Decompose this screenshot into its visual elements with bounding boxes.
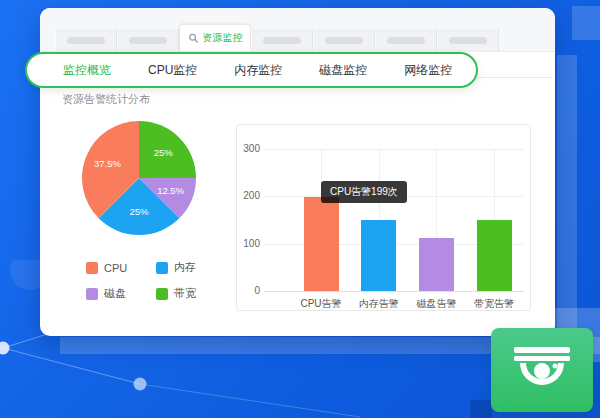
y-axis-tick: 300: [237, 143, 260, 154]
chart-tooltip: CPU告警199次: [321, 181, 407, 203]
tab-placeholder-pill: [387, 37, 425, 44]
resource-pie-chart: 25%12.5%25%37.5%: [79, 118, 199, 238]
legend-label: CPU: [104, 262, 127, 274]
y-axis-tick: 200: [237, 190, 260, 201]
section-title: 资源告警统计分布: [62, 92, 150, 107]
x-axis-category-label: 磁盘告警: [406, 297, 466, 311]
monitor-nav-bar: 监控概览CPU监控内存监控磁盘监控网络监控: [25, 52, 478, 88]
dome-camera-icon: [510, 345, 574, 395]
tab-placeholder-pill: [325, 37, 363, 44]
y-axis-tick: 0: [237, 285, 260, 296]
pie-slice-label: 25%: [154, 147, 174, 158]
gridline-horizontal: [264, 149, 524, 150]
tab-placeholder-pill: [67, 37, 105, 44]
dashboard-screen: 资源监控 资源告警统计分布 25%12.5%25%37.5% CPU内存磁盘带宽…: [0, 0, 600, 418]
nav-item-2[interactable]: 内存监控: [234, 62, 282, 79]
alert-bar-chart: CPU告警199次 0100200300CPU告警内存告警磁盘告警带宽告警: [236, 124, 531, 311]
background-accent-square: [572, 6, 600, 40]
legend-item-CPU[interactable]: CPU: [86, 260, 156, 275]
bar-内存告警[interactable]: [361, 220, 396, 291]
nav-item-3[interactable]: 磁盘监控: [319, 62, 367, 79]
nav-item-1[interactable]: CPU监控: [148, 62, 197, 79]
camera-widget-button[interactable]: [491, 328, 593, 412]
tab-placeholder-pill: [449, 37, 487, 44]
legend-swatch: [86, 288, 98, 300]
pie-slice-label: 12.5%: [157, 185, 184, 196]
background-accent-square: [470, 400, 492, 418]
legend-label: 带宽: [174, 286, 196, 301]
bar-磁盘告警[interactable]: [419, 238, 454, 291]
tab-resource-monitor-active[interactable]: 资源监控: [179, 24, 251, 51]
pie-slice-label: 25%: [129, 206, 149, 217]
tab-placeholder[interactable]: [375, 29, 437, 51]
legend-label: 磁盘: [104, 286, 126, 301]
tab-placeholder[interactable]: [251, 29, 313, 51]
x-axis-category-label: CPU告警: [291, 297, 351, 311]
tab-placeholder-pill: [129, 37, 167, 44]
tab-placeholder[interactable]: [117, 29, 179, 51]
x-axis-category-label: 内存告警: [349, 297, 409, 311]
legend-swatch: [156, 262, 168, 274]
tab-placeholder[interactable]: [437, 29, 499, 51]
y-axis-tick: 100: [237, 238, 260, 249]
tab-placeholder[interactable]: [313, 29, 375, 51]
nav-item-4[interactable]: 网络监控: [404, 62, 452, 79]
x-axis-category-label: 带宽告警: [464, 297, 524, 311]
legend-item-磁盘[interactable]: 磁盘: [86, 286, 156, 301]
legend-swatch: [86, 262, 98, 274]
x-axis-line: [264, 291, 524, 292]
tab-placeholder-pill: [263, 37, 301, 44]
search-icon: [188, 33, 199, 44]
pie-slice-label: 37.5%: [94, 158, 121, 169]
legend-item-内存[interactable]: 内存: [156, 260, 226, 275]
window-top-strip: [40, 8, 555, 30]
tab-active-label: 资源监控: [203, 31, 243, 45]
legend-item-带宽[interactable]: 带宽: [156, 286, 226, 301]
legend-label: 内存: [174, 260, 196, 275]
bar-带宽告警[interactable]: [477, 220, 512, 291]
browser-tab-bar: 资源监控: [40, 30, 555, 52]
legend-swatch: [156, 288, 168, 300]
pie-legend: CPU内存磁盘带宽: [86, 260, 226, 301]
divider-line: [478, 77, 553, 78]
nav-item-0[interactable]: 监控概览: [63, 62, 111, 79]
bar-CPU告警[interactable]: [304, 197, 339, 291]
tab-placeholder[interactable]: [55, 29, 117, 51]
